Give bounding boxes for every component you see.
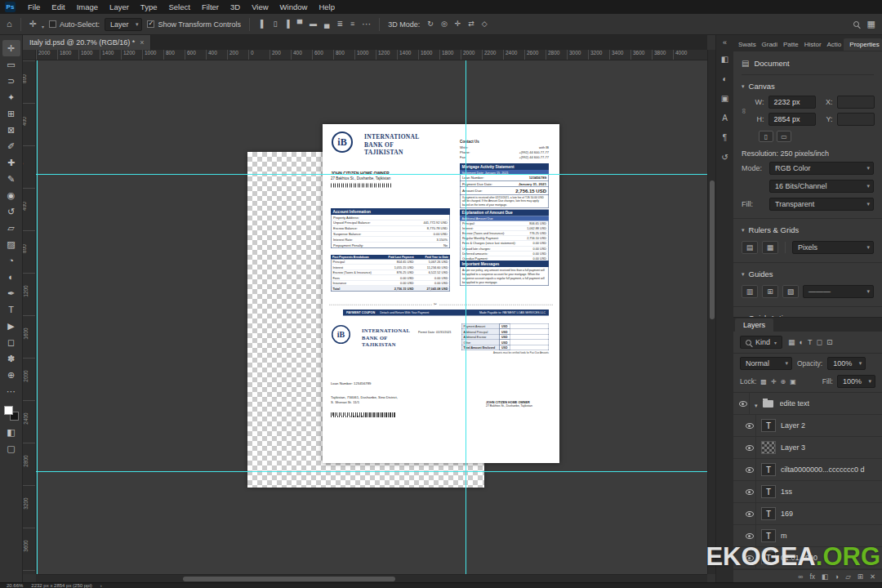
new-group-icon[interactable]: ▱ [845,572,851,581]
healing-brush-tool[interactable]: ✚ [2,154,20,171]
character-panel-icon[interactable]: A [722,114,728,122]
blur-tool[interactable]: ◔ [2,252,20,269]
panel-tab[interactable]: Properties [844,38,882,51]
align-right-icon[interactable]: ▐ [282,18,292,30]
opacity-dropdown[interactable]: 100% [827,357,866,370]
lock-all-icon[interactable]: ▣ [790,378,796,385]
landscape-orientation-button[interactable]: ▭ [777,131,791,142]
menu-item[interactable]: Edit [46,1,70,13]
ruler-units-dropdown[interactable]: Pixels [792,241,874,254]
filter-pixel-layers-icon[interactable]: ▦ [788,338,795,346]
adjustment-layer-icon[interactable]: ◑ [835,572,839,581]
scrollbar-thumb[interactable] [183,577,395,581]
bit-depth-dropdown[interactable]: 16 Bits/Channel [769,180,874,193]
layer-row[interactable]: Layer 3 [733,437,882,459]
gradient-tool[interactable]: ▨ [2,236,20,252]
color-panel-icon[interactable]: ◧ [721,55,728,64]
path-selection-tool[interactable]: ▶ [2,318,20,334]
vertical-scrollbar[interactable] [707,50,715,574]
clear-guides-icon[interactable]: ▧ [782,285,799,298]
portrait-orientation-button[interactable]: ▯ [759,131,773,142]
canvas[interactable]: iB INTERNATIONAL BANK OF TAJIKISTAN Cont… [36,60,707,574]
distribute-vertical-icon[interactable]: ≡ [348,18,357,30]
panel-tab[interactable]: Actio [823,38,843,51]
auto-select-checkbox[interactable]: Auto-Select: [49,20,100,29]
collapse-panels-icon[interactable]: « [723,38,727,47]
align-middle-icon[interactable]: ▬ [307,18,319,30]
align-center-horizontal-icon[interactable]: ▯ [270,18,279,30]
workspace-icon[interactable]: ▦ [867,20,875,29]
visibility-eye-icon[interactable] [746,489,754,495]
document-tab[interactable]: Italy id.psd @ 20.7% (RGB/16) * × [23,35,151,50]
dodge-tool[interactable]: ◐ [2,269,20,285]
lock-position-icon[interactable]: ⊕ [781,378,786,385]
show-transform-checkbox[interactable]: Show Transform Controls [147,20,241,29]
pen-tool[interactable]: ✒ [2,285,20,301]
layer-group-row[interactable]: edite text [733,393,882,415]
panel-tab[interactable]: Patte [780,38,800,51]
history-brush-tool[interactable]: ↺ [2,203,20,220]
link-dimensions-icon[interactable]: ∞ [740,108,748,113]
lasso-tool[interactable]: ⊃ [2,73,20,89]
toggle-grid-button[interactable]: ▦ [762,241,778,254]
blend-mode-dropdown[interactable]: Normal [740,357,792,370]
link-layers-icon[interactable]: ∞ [798,572,803,581]
lock-transparent-pixels-icon[interactable]: ▩ [760,378,767,385]
visibility-eye-icon[interactable] [746,467,754,473]
filter-smart-objects-icon[interactable]: ⊡ [826,338,833,346]
layer-row[interactable]: T 169 [733,503,882,525]
canvas-section-header[interactable]: Canvas [742,75,874,96]
visibility-eye-icon[interactable] [739,401,747,407]
quick-actions-section-header[interactable]: Quick Actions [742,307,874,317]
layer-row[interactable]: T Layer 2 [733,415,882,437]
menu-item[interactable]: Help [313,1,341,13]
brush-tool[interactable]: ✎ [2,171,20,187]
edit-toolbar-button[interactable]: ⋯ [2,383,20,399]
scrollbar-thumb[interactable] [710,180,715,319]
zoom-tool[interactable]: ⊕ [2,367,20,383]
layers-panel-tab[interactable]: Layers [735,318,773,332]
visibility-eye-icon[interactable] [746,533,754,539]
visibility-eye-icon[interactable] [746,511,754,517]
align-top-icon[interactable]: ▀ [295,18,305,30]
delete-layer-icon[interactable]: ✕ [870,572,875,581]
menu-item[interactable]: Layer [104,1,135,13]
adjustments-panel-icon[interactable]: ◐ [722,74,727,83]
fill-dropdown[interactable]: 100% [837,375,875,388]
paragraph-panel-icon[interactable]: ¶ [723,133,727,142]
marquee-tool[interactable]: ▭ [2,56,20,73]
libraries-panel-icon[interactable]: ▣ [721,94,728,103]
menu-item[interactable]: 3D [225,1,246,13]
guide-vertical[interactable] [466,60,466,574]
lock-image-pixels-icon[interactable]: ✛ [771,378,777,385]
vertical-ruler[interactable]: 8004000400800120016002000240028003200360… [23,60,36,574]
visibility-eye-icon[interactable] [746,423,754,429]
canvas-height-input[interactable]: 2854 px [768,113,816,126]
3d-slide-icon[interactable]: ⇄ [466,18,477,30]
guide-horizontal[interactable] [36,174,707,175]
tool-preset-caret-icon[interactable] [42,17,44,32]
search-icon[interactable] [853,21,859,27]
home-icon[interactable]: ⌂ [7,20,12,29]
filter-shape-layers-icon[interactable]: ◻ [816,338,822,346]
status-arrow-icon[interactable]: › [100,583,102,588]
panel-tab[interactable]: Swats [735,38,758,51]
layer-row[interactable]: T 1ss [733,481,882,503]
3d-roll-icon[interactable]: ◎ [439,18,450,30]
eraser-tool[interactable]: ▱ [2,220,20,236]
canvas-fill-dropdown[interactable]: Transparent [769,198,874,211]
guides-section-header[interactable]: Guides [742,263,874,283]
new-guide-icon[interactable]: ▥ [742,285,758,298]
group-expand-caret-icon[interactable] [755,396,758,411]
canvas-width-input[interactable]: 2232 px [768,96,816,109]
auto-select-target-dropdown[interactable]: Layer [105,18,143,31]
3d-drag-icon[interactable]: ✛ [452,18,464,30]
guide-horizontal[interactable] [36,471,707,472]
layer-row[interactable]: T cilta0000000...ccccccc0 d [733,459,882,481]
screen-mode-button[interactable]: ▢ [2,440,20,457]
horizontal-scrollbar[interactable] [36,574,707,582]
frame-tool[interactable]: ⊠ [2,122,20,138]
menu-item[interactable]: View [246,1,274,13]
more-options-icon[interactable]: ⋯ [362,20,371,29]
color-mode-dropdown[interactable]: RGB Color [769,162,874,175]
